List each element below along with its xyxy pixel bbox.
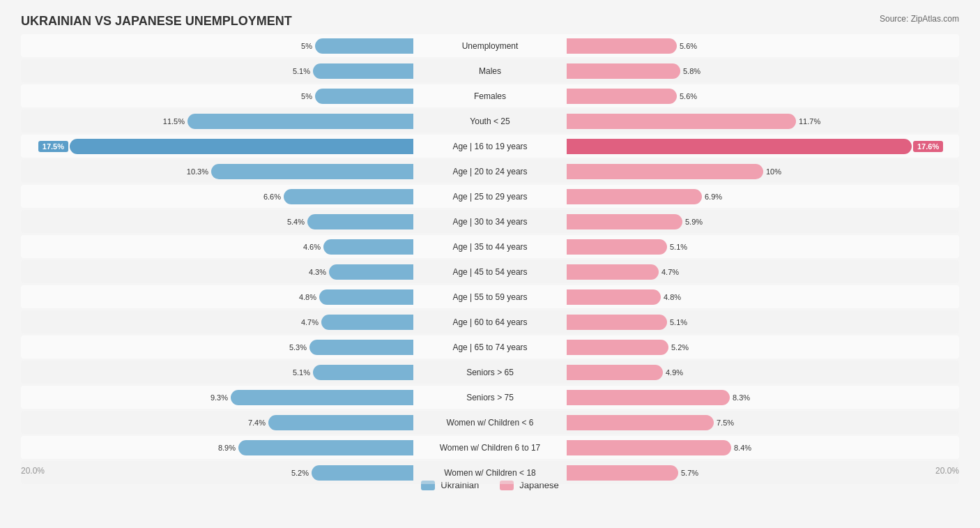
bars-wrapper: 5.2%Women w/ Children < 185.7% — [21, 463, 959, 483]
bar-right — [567, 63, 680, 79]
value-left: 11.5% — [163, 117, 185, 126]
bars-wrapper: 5%Unemployment5.6% — [21, 36, 959, 56]
value-left: 5.3% — [289, 343, 307, 352]
left-section: 10.3% — [21, 162, 413, 181]
bar-right — [567, 214, 682, 229]
value-left: 7.4% — [248, 418, 266, 427]
chart-row: 4.6%Age | 35 to 44 years5.1% — [21, 235, 959, 258]
value-left: 5% — [301, 92, 312, 100]
left-section: 6.6% — [21, 187, 413, 206]
bar-label: Seniors > 75 — [413, 393, 567, 402]
value-left: 6.6% — [263, 193, 281, 201]
chart-row: 8.9%Women w/ Children 6 to 178.4% — [21, 436, 959, 459]
chart-row: 5.1%Males5.8% — [21, 59, 959, 82]
value-left: 5.4% — [287, 218, 305, 226]
chart-row: 4.8%Age | 55 to 59 years4.8% — [21, 285, 959, 308]
left-section: 5.1% — [21, 363, 413, 382]
bar-right — [567, 289, 661, 305]
value-left: 4.6% — [303, 243, 321, 251]
right-section: 17.6% — [567, 137, 959, 156]
value-left: 5.2% — [291, 469, 309, 477]
bar-left — [313, 365, 413, 380]
value-left: 5% — [301, 42, 312, 50]
left-section: 5% — [21, 36, 413, 56]
bar-right — [567, 440, 731, 455]
bar-right — [567, 465, 678, 481]
bars-wrapper: 5.1%Seniors > 654.9% — [21, 363, 959, 382]
bars-wrapper: 6.6%Age | 25 to 29 years6.9% — [21, 187, 959, 206]
bar-left — [309, 340, 413, 355]
left-section: 11.5% — [21, 112, 413, 131]
right-section: 5.6% — [567, 36, 959, 56]
bar-label: Age | 60 to 64 years — [413, 317, 567, 327]
highlighted-value-left: 17.5% — [38, 141, 68, 152]
bars-wrapper: 4.3%Age | 45 to 54 years4.7% — [21, 262, 959, 282]
value-right: 4.8% — [664, 293, 681, 301]
bars-wrapper: 8.9%Women w/ Children 6 to 178.4% — [21, 438, 959, 458]
value-right: 5.1% — [670, 318, 687, 326]
bars-wrapper: 17.5%Age | 16 to 19 years17.6% — [21, 137, 959, 156]
bars-wrapper: 5.1%Males5.8% — [21, 61, 959, 81]
bar-right — [567, 239, 667, 255]
value-right: 5.6% — [680, 42, 697, 50]
bar-right — [567, 164, 763, 179]
left-section: 5.1% — [21, 61, 413, 81]
bars-wrapper: 4.8%Age | 55 to 59 years4.8% — [21, 287, 959, 307]
bar-left — [70, 139, 413, 154]
left-section: 9.3% — [21, 388, 413, 407]
bar-left — [321, 315, 413, 330]
value-right: 4.7% — [661, 268, 679, 276]
bar-label: Age | 35 to 44 years — [413, 242, 567, 252]
bar-label: Unemployment — [413, 41, 567, 51]
bar-right — [567, 189, 702, 204]
highlighted-value-right: 17.6% — [913, 141, 943, 152]
bars-wrapper: 4.6%Age | 35 to 44 years5.1% — [21, 237, 959, 257]
bar-right — [567, 89, 677, 104]
left-section: 7.4% — [21, 413, 413, 432]
bar-left — [313, 63, 413, 79]
value-left: 10.3% — [187, 167, 208, 176]
chart-row: 4.7%Age | 60 to 64 years5.1% — [21, 310, 959, 333]
left-section: 5.3% — [21, 338, 413, 357]
bar-label: Age | 65 to 74 years — [413, 342, 567, 352]
bar-left — [187, 114, 413, 129]
right-section: 4.9% — [567, 363, 959, 382]
right-section: 5.9% — [567, 212, 959, 232]
right-section: 5.8% — [567, 61, 959, 81]
bar-label: Age | 20 to 24 years — [413, 167, 567, 176]
left-section: 5.2% — [21, 463, 413, 483]
bar-right — [567, 390, 730, 405]
bars-wrapper: 7.4%Women w/ Children < 67.5% — [21, 413, 959, 432]
value-right: 5.6% — [680, 92, 697, 100]
left-section: 4.8% — [21, 287, 413, 307]
source-text: Source: ZipAtlas.com — [880, 14, 959, 24]
left-section: 4.6% — [21, 237, 413, 257]
value-right: 5.2% — [671, 343, 689, 352]
bar-right — [567, 415, 714, 430]
chart-row: 5%Females5.6% — [21, 84, 959, 107]
right-section: 5.1% — [567, 237, 959, 257]
bar-right — [567, 340, 668, 355]
chart-row: 5.1%Seniors > 654.9% — [21, 361, 959, 384]
right-section: 4.7% — [567, 262, 959, 282]
value-right: 8.4% — [734, 444, 751, 452]
chart-row: 5.3%Age | 65 to 74 years5.2% — [21, 335, 959, 359]
bar-left — [312, 465, 413, 481]
right-section: 8.4% — [567, 438, 959, 458]
left-section: 4.7% — [21, 312, 413, 332]
value-right: 11.7% — [799, 117, 820, 126]
bar-left — [231, 390, 413, 405]
value-right: 6.9% — [705, 193, 722, 201]
value-left: 4.8% — [299, 293, 316, 301]
value-left: 5.1% — [293, 368, 310, 377]
bar-left — [238, 440, 413, 455]
bars-wrapper: 5.3%Age | 65 to 74 years5.2% — [21, 338, 959, 357]
right-section: 6.9% — [567, 187, 959, 206]
chart-row: 17.5%Age | 16 to 19 years17.6% — [21, 135, 959, 158]
bar-left — [329, 264, 413, 280]
chart-title: UKRAINIAN VS JAPANESE UNEMPLOYMENT — [21, 14, 959, 29]
bar-left — [284, 189, 413, 204]
chart-row: 4.3%Age | 45 to 54 years4.7% — [21, 260, 959, 283]
bars-wrapper: 9.3%Seniors > 758.3% — [21, 388, 959, 407]
bar-label: Females — [413, 91, 567, 101]
